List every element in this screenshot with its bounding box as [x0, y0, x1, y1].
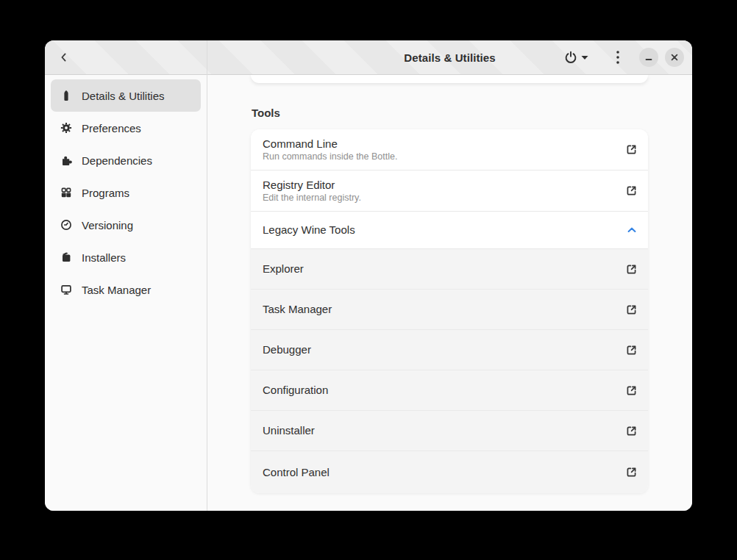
- row-subtitle: Edit the internal registry.: [263, 193, 625, 204]
- sidebar-item-label: Versioning: [82, 219, 133, 231]
- chevron-up-icon: [626, 224, 638, 236]
- box-icon: [60, 251, 72, 263]
- sidebar-item-dependencies[interactable]: Dependencies: [51, 144, 201, 176]
- close-icon: [670, 53, 679, 62]
- sidebar-item-label: Task Manager: [82, 284, 151, 296]
- tools-section-title: Tools: [252, 107, 280, 119]
- back-chevron-icon: [58, 51, 70, 63]
- sidebar-item-label: Preferences: [82, 122, 141, 134]
- row-debugger[interactable]: Debugger: [251, 329, 648, 370]
- row-task-manager[interactable]: Task Manager: [251, 289, 648, 329]
- sidebar-item-label: Details & Utilities: [82, 90, 165, 102]
- monitor-icon: [60, 284, 72, 295]
- row-text: Control Panel: [263, 466, 625, 478]
- row-title: Uninstaller: [263, 424, 625, 437]
- row-title: Command Line: [263, 137, 625, 150]
- desktop-background: Details & Utilities: [0, 0, 737, 560]
- row-legacy-wine-tools-expander[interactable]: Legacy Wine Tools: [251, 211, 648, 248]
- row-title: Explorer: [263, 262, 625, 275]
- row-text: Explorer: [263, 262, 625, 275]
- minimize-icon: [644, 53, 653, 62]
- titlebar: Details & Utilities: [45, 40, 692, 75]
- row-text: Legacy Wine Tools: [263, 223, 626, 236]
- sidebar-item-label: Programs: [82, 187, 129, 199]
- sidebar-item-label: Dependencies: [82, 154, 152, 167]
- sidebar-item-details-utilities[interactable]: Details & Utilities: [51, 79, 201, 112]
- primary-menu-button[interactable]: [608, 46, 627, 68]
- sidebar-divider: [207, 40, 207, 511]
- sidebar-item-installers[interactable]: Installers: [51, 241, 201, 273]
- tools-card: Command Line Run commands inside the Bot…: [251, 129, 648, 493]
- scrolled-card-remnant: [251, 75, 648, 83]
- puzzle-icon: [60, 154, 72, 166]
- external-link-icon: [625, 344, 638, 356]
- row-text: Debugger: [263, 343, 625, 356]
- sidebar-item-task-manager[interactable]: Task Manager: [51, 273, 201, 306]
- power-menu-button[interactable]: [558, 46, 594, 68]
- external-link-icon: [625, 263, 638, 276]
- app-window: Details & Utilities: [45, 40, 692, 511]
- row-text: Configuration: [263, 384, 625, 396]
- bottle-icon: [60, 90, 72, 101]
- main-content: Tools Command Line Run commands inside t…: [207, 75, 692, 511]
- external-link-icon: [625, 384, 638, 397]
- row-title: Configuration: [263, 384, 625, 396]
- row-text: Task Manager: [263, 303, 625, 315]
- external-link-icon: [625, 425, 638, 437]
- row-subtitle: Run commands inside the Bottle.: [263, 152, 625, 162]
- row-text: Uninstaller: [263, 424, 625, 437]
- row-text: Registry Editor Edit the internal regist…: [263, 179, 625, 204]
- back-button[interactable]: [52, 46, 76, 69]
- external-link-icon: [625, 143, 638, 156]
- close-button[interactable]: [665, 48, 684, 67]
- sidebar-item-versioning[interactable]: Versioning: [51, 209, 201, 241]
- external-link-icon: [625, 184, 638, 197]
- sidebar-item-preferences[interactable]: Preferences: [51, 112, 201, 144]
- row-title: Task Manager: [263, 303, 625, 315]
- row-registry-editor[interactable]: Registry Editor Edit the internal regist…: [251, 170, 648, 211]
- sidebar: Details & Utilities Preferences Dependen…: [45, 75, 207, 511]
- three-dots-icon: [616, 51, 619, 64]
- gear-icon: [60, 122, 72, 134]
- sidebar-item-programs[interactable]: Programs: [51, 176, 201, 209]
- external-link-icon: [625, 466, 638, 478]
- row-control-panel[interactable]: Control Panel: [251, 450, 648, 493]
- row-title: Registry Editor: [263, 179, 625, 191]
- external-link-icon: [625, 304, 638, 316]
- row-uninstaller[interactable]: Uninstaller: [251, 410, 648, 450]
- expander-title: Legacy Wine Tools: [263, 223, 626, 236]
- row-explorer[interactable]: Explorer: [251, 248, 648, 289]
- minimize-button[interactable]: [639, 48, 658, 67]
- row-command-line[interactable]: Command Line Run commands inside the Bot…: [251, 129, 648, 170]
- row-text: Command Line Run commands inside the Bot…: [263, 137, 625, 162]
- row-title: Debugger: [263, 343, 625, 356]
- dropdown-caret-icon: [581, 55, 588, 60]
- sidebar-item-label: Installers: [82, 251, 126, 264]
- row-title: Control Panel: [263, 466, 625, 478]
- clock-icon: [60, 219, 72, 231]
- power-icon: [564, 51, 577, 64]
- grid-icon: [60, 187, 72, 198]
- row-configuration[interactable]: Configuration: [251, 370, 648, 410]
